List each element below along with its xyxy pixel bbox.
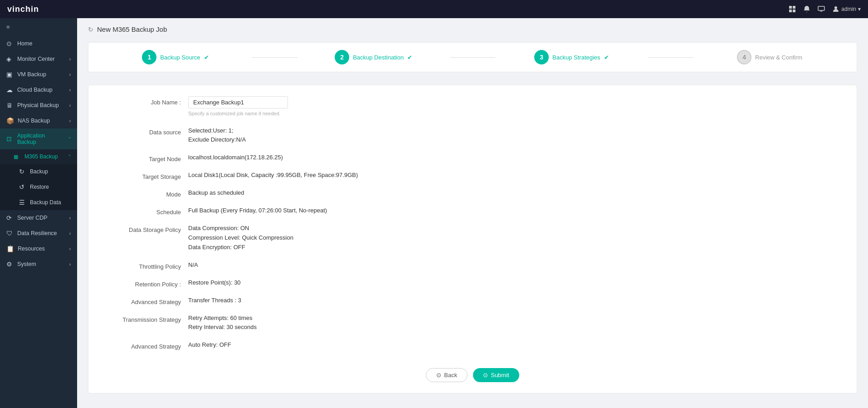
- chevron-right-icon-vm: ›: [69, 72, 71, 77]
- submit-label: Submit: [491, 372, 509, 379]
- sidebar-label-restore: Restore: [30, 184, 49, 190]
- main-content: ↻ New M365 Backup Job 1 Backup Source ✔ …: [77, 18, 868, 408]
- transmission-strategy-value: Retry Attempts: 60 times Retry Interval:…: [188, 314, 839, 333]
- review-form-card: Job Name : Specify a customized job name…: [88, 85, 857, 393]
- resources-icon: 📋: [6, 245, 14, 252]
- step-divider-1: [252, 57, 297, 58]
- sidebar-item-application-backup[interactable]: ⊡ Application Backup ˅: [0, 128, 77, 149]
- user-menu[interactable]: admin ▾: [832, 5, 861, 13]
- ts-line2: Retry Interval: 30 seconds: [188, 323, 839, 332]
- back-button[interactable]: ⊙ Back: [426, 368, 468, 382]
- sidebar-label-physical-backup: Physical Backup: [17, 102, 59, 108]
- sidebar-item-backup-data[interactable]: ☰ Backup Data: [0, 195, 77, 210]
- data-source-value: Selected:User: 1; Exclude Directory:N/A: [188, 126, 839, 145]
- sidebar-item-restore[interactable]: ↺ Restore: [0, 179, 77, 195]
- form-row-schedule: Schedule Full Backup (Every Friday, 07:2…: [107, 206, 839, 216]
- job-name-label: Job Name :: [107, 96, 188, 106]
- schedule-label: Schedule: [107, 206, 188, 216]
- system-icon: ⚙: [6, 261, 14, 268]
- chevron-down-icon: ▾: [858, 6, 861, 12]
- form-row-target-storage: Target Storage Local Disk1(Local Disk, C…: [107, 171, 839, 180]
- step-2: 2 Backup Destination ✔: [297, 50, 450, 64]
- main-layout: ≡ ⊙ Home ◈ Monitor Center › ▣ VM Backup …: [0, 18, 868, 408]
- step-1-check-icon: ✔: [204, 54, 209, 61]
- step-1-circle: 1: [142, 50, 156, 64]
- sidebar-item-cloud-backup[interactable]: ☁ Cloud Backup ›: [0, 82, 77, 98]
- transmission-strategy-label: Transmission Strategy: [107, 314, 188, 323]
- step-2-label: Backup Destination: [353, 54, 404, 61]
- sidebar-label-resources: Resources: [18, 246, 45, 252]
- job-name-input[interactable]: [188, 96, 288, 108]
- sidebar-label-application-backup: Application Backup: [17, 133, 65, 145]
- monitor-icon[interactable]: [818, 5, 825, 13]
- sidebar-item-m365-backup[interactable]: ▦ M365 Backup ˅: [0, 149, 77, 164]
- bell-icon[interactable]: [803, 5, 810, 13]
- sidebar-item-nas-backup[interactable]: 📦 NAS Backup ›: [0, 113, 77, 128]
- mode-label: Mode: [107, 188, 188, 198]
- sidebar-item-physical-backup[interactable]: 🖥 Physical Backup ›: [0, 98, 77, 113]
- sidebar-label-home: Home: [17, 40, 32, 47]
- monitor-center-icon: ◈: [6, 55, 14, 63]
- server-cdp-icon: ⟳: [6, 214, 14, 221]
- ts-line1: Retry Attempts: 60 times: [188, 314, 839, 323]
- sidebar-label-vm-backup: VM Backup: [17, 71, 46, 78]
- sidebar-item-resources[interactable]: 📋 Resources ›: [0, 241, 77, 256]
- sidebar-item-system[interactable]: ⚙ System ›: [0, 256, 77, 272]
- step-2-circle: 2: [335, 50, 349, 64]
- sidebar-toggle[interactable]: ≡: [0, 18, 77, 36]
- chevron-down-icon-app: ˅: [68, 137, 71, 142]
- svg-rect-0: [789, 6, 792, 9]
- chevron-right-icon-physical: ›: [69, 103, 71, 108]
- chevron-right-icon-res: ›: [69, 246, 71, 251]
- sidebar-label-data-resilience: Data Resilience: [17, 230, 57, 236]
- sidebar-item-vm-backup[interactable]: ▣ VM Backup ›: [0, 67, 77, 82]
- sidebar-label-backup: Backup: [30, 168, 48, 175]
- step-3-label: Backup Strategies: [552, 54, 600, 61]
- submit-button[interactable]: ⊙ Submit: [473, 368, 519, 382]
- sidebar-item-server-cdp[interactable]: ⟳ Server CDP ›: [0, 210, 77, 226]
- vm-backup-icon: ▣: [6, 71, 14, 78]
- advanced-strategy2-label: Advanced Strategy: [107, 340, 188, 350]
- form-row-job-name: Job Name : Specify a customized job name…: [107, 96, 839, 118]
- target-storage-label: Target Storage: [107, 171, 188, 180]
- form-actions: ⊙ Back ⊙ Submit: [107, 361, 839, 382]
- form-row-data-storage-policy: Data Storage Policy Data Compression: ON…: [107, 224, 839, 252]
- chevron-right-icon-dr: ›: [69, 231, 71, 236]
- form-row-advanced-strategy: Advanced Strategy Transfer Threads : 3: [107, 296, 839, 305]
- target-node-label: Target Node: [107, 153, 188, 162]
- cloud-backup-icon: ☁: [6, 86, 14, 93]
- sidebar-label-server-cdp: Server CDP: [17, 215, 48, 221]
- user-icon: [832, 5, 839, 13]
- page-title: New M365 Backup Job: [97, 25, 167, 33]
- step-3-circle: 3: [534, 50, 549, 64]
- nas-backup-icon: 📦: [6, 117, 14, 124]
- sidebar-item-data-resilience[interactable]: 🛡 Data Resilience ›: [0, 226, 77, 241]
- step-4-label: Review & Confirm: [755, 54, 802, 61]
- target-storage-value: Local Disk1(Local Disk, Capacity :99.95G…: [188, 171, 839, 180]
- step-3: 3 Backup Strategies ✔: [495, 50, 648, 64]
- step-2-check-icon: ✔: [407, 54, 412, 61]
- step-4: 4 Review & Confirm: [693, 50, 846, 64]
- target-node-value: localhost.localdomain(172.18.26.25): [188, 153, 839, 162]
- step-1-label: Backup Source: [160, 54, 200, 61]
- step-2-number: 2: [340, 54, 344, 61]
- form-row-transmission-strategy: Transmission Strategy Retry Attempts: 60…: [107, 314, 839, 333]
- data-resilience-icon: 🛡: [6, 230, 14, 237]
- back-circle-icon: ⊙: [436, 372, 441, 379]
- sidebar-sub-application-backup: ▦ M365 Backup ˅ ↻ Backup ↺ Restore ☰ Bac…: [0, 149, 77, 210]
- sidebar: ≡ ⊙ Home ◈ Monitor Center › ▣ VM Backup …: [0, 18, 77, 408]
- chevron-right-icon-cloud: ›: [69, 88, 71, 93]
- dsp-line1: Data Compression: ON: [188, 224, 839, 233]
- sidebar-item-backup[interactable]: ↻ Backup: [0, 164, 77, 179]
- job-name-hint: Specify a customized job name if needed.: [188, 110, 839, 118]
- refresh-icon[interactable]: ↻: [88, 26, 93, 33]
- data-source-line2: Exclude Directory:N/A: [188, 135, 839, 145]
- schedule-value: Full Backup (Every Friday, 07:26:00 Star…: [188, 206, 839, 216]
- grid-icon[interactable]: [789, 5, 796, 13]
- sidebar-item-home[interactable]: ⊙ Home: [0, 36, 77, 51]
- step-1-number: 1: [147, 54, 151, 61]
- chevron-down-icon-m365: ˅: [68, 154, 71, 159]
- physical-backup-icon: 🖥: [6, 102, 14, 109]
- topbar: vinchin admin ▾: [0, 0, 868, 18]
- sidebar-item-monitor-center[interactable]: ◈ Monitor Center ›: [0, 51, 77, 67]
